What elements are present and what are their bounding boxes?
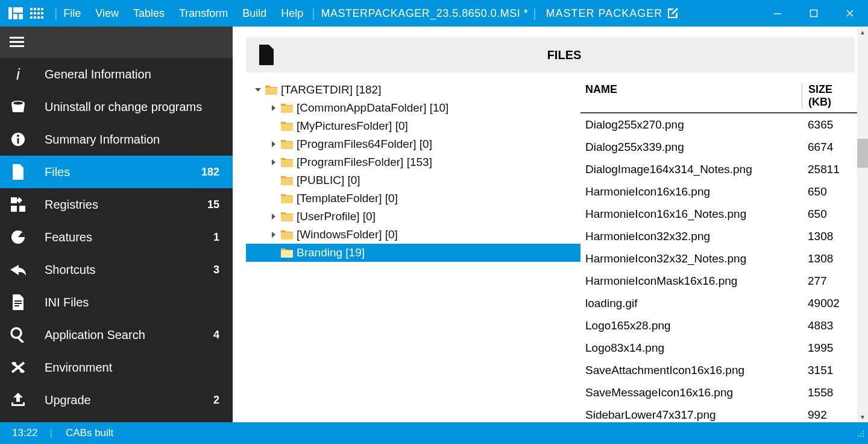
sidebar-item-label: Environment <box>45 361 219 375</box>
column-name[interactable]: NAME <box>580 83 802 109</box>
svg-point-26 <box>17 135 19 137</box>
sidebar-item-application-search[interactable]: Application Search4 <box>0 319 233 351</box>
table-row[interactable]: Logo83x14.png1995 <box>580 337 857 359</box>
tree-node[interactable]: [TemplateFolder] [0] <box>246 189 580 208</box>
tree-node-label: [WindowsFolder] [0] <box>297 228 398 241</box>
grid-icon[interactable] <box>30 6 45 21</box>
table-row[interactable]: HarmonieIcon16x16_Notes.png650 <box>580 203 857 225</box>
expander-icon[interactable] <box>269 248 278 258</box>
tree-node[interactable]: [ProgramFiles64Folder] [0] <box>246 135 580 153</box>
tree-node-label: [CommonAppDataFolder] [10] <box>297 101 448 115</box>
upgrade-icon <box>10 393 27 407</box>
expander-icon[interactable] <box>269 212 278 221</box>
scroll-down-icon[interactable]: ▼ <box>857 411 868 422</box>
tree-node[interactable]: [CommonAppDataFolder] [10] <box>246 99 580 117</box>
folder-icon <box>281 157 293 168</box>
maximize-button[interactable] <box>796 0 832 27</box>
sidebar-item-shortcuts[interactable]: Shortcuts3 <box>0 253 233 286</box>
sidebar-item-features[interactable]: Features1 <box>0 221 233 253</box>
cell-size: 6674 <box>802 141 857 154</box>
sidebar-item-ini-files[interactable]: INI Files <box>0 286 233 319</box>
expander-icon[interactable] <box>269 139 278 149</box>
sidebar-item-upgrade[interactable]: Upgrade2 <box>0 384 233 416</box>
sidebar-item-label: Features <box>45 230 213 244</box>
svg-rect-1 <box>13 7 23 13</box>
resize-grip-icon[interactable] <box>856 429 864 437</box>
table-row[interactable]: Dialog255x270.png6365 <box>580 113 857 136</box>
sidebar-item-summary-information[interactable]: Summary Information <box>0 123 233 156</box>
tree-node[interactable]: Branding [19] <box>246 244 580 262</box>
tree-node[interactable]: [WindowsFolder] [0] <box>246 226 580 244</box>
sidebar-item-uninstall-or-change-programs[interactable]: Uninstall or change programs <box>0 90 233 123</box>
scroll-thumb[interactable] <box>857 139 868 168</box>
tree-node[interactable]: [MyPicturesFolder] [0] <box>246 117 580 135</box>
svg-rect-18 <box>10 37 24 39</box>
separator: | <box>54 7 57 21</box>
tree-node[interactable]: [ProgramFilesFolder] [153] <box>246 153 580 171</box>
file-table: NAME SIZE (KB) Dialog255x270.png6365Dial… <box>580 81 857 422</box>
table-row[interactable]: Logo165x28.png4883 <box>580 314 857 337</box>
sidebar-nav: iGeneral InformationUninstall or change … <box>0 58 233 422</box>
table-row[interactable]: HarmonieIcon32x32.png1308 <box>580 225 857 247</box>
svg-rect-6 <box>37 8 40 10</box>
svg-rect-29 <box>19 206 25 212</box>
expander-icon[interactable] <box>269 194 278 203</box>
expander-icon[interactable] <box>269 157 278 167</box>
table-row[interactable]: SidebarLower47x317.png992 <box>580 404 857 422</box>
menu-file[interactable]: File <box>63 7 81 20</box>
expander-icon[interactable] <box>253 85 263 95</box>
tree-node[interactable]: [UserProfile] [0] <box>246 208 580 226</box>
table-row[interactable]: Dialog255x339.png6674 <box>580 136 857 158</box>
menu-transform[interactable]: Transform <box>179 7 228 20</box>
expander-icon[interactable] <box>269 103 278 113</box>
scroll-up-icon[interactable]: ▲ <box>857 27 868 37</box>
table-row[interactable]: DialogImage164x314_Notes.png25811 <box>580 158 857 180</box>
svg-rect-16 <box>774 13 781 14</box>
status-time: 13:22 <box>0 427 50 439</box>
expander-icon[interactable] <box>269 121 278 131</box>
menu-view[interactable]: View <box>95 7 119 20</box>
menu-tables[interactable]: Tables <box>133 7 165 20</box>
svg-rect-27 <box>11 197 17 203</box>
statusbar: 13:22 | CABs built <box>0 422 868 444</box>
tree-node[interactable]: [PUBLIC] [0] <box>246 171 580 189</box>
cell-size: 1995 <box>802 341 857 355</box>
cell-name: HarmonieIcon32x32_Notes.png <box>580 252 802 265</box>
sidebar-item-files[interactable]: Files182 <box>0 156 233 188</box>
table-row[interactable]: SaveMessageIcon16x16.png1558 <box>580 381 857 404</box>
close-button[interactable] <box>832 0 868 27</box>
folder-icon <box>281 211 293 222</box>
table-row[interactable]: HarmonieIcon16x16.png650 <box>580 180 857 203</box>
svg-rect-13 <box>34 16 36 19</box>
window-controls <box>760 0 868 27</box>
table-row[interactable]: SaveAttachmentIcon16x16.png3151 <box>580 359 857 381</box>
expander-icon[interactable] <box>269 230 278 239</box>
expander-icon[interactable] <box>269 176 278 185</box>
separator: | <box>533 7 536 21</box>
menu-build[interactable]: Build <box>242 7 266 20</box>
folder-icon <box>265 84 277 95</box>
column-size[interactable]: SIZE (KB) <box>802 83 857 109</box>
hamburger-button[interactable] <box>0 27 233 58</box>
cell-size: 1308 <box>802 230 857 243</box>
tree-node-label: [PUBLIC] [0] <box>297 174 360 187</box>
svg-rect-28 <box>11 206 17 212</box>
folder-icon <box>281 139 293 150</box>
menu-help[interactable]: Help <box>281 7 303 20</box>
table-row[interactable]: HarmonieIconMask16x16.png277 <box>580 270 857 292</box>
app-logo-icon[interactable] <box>8 6 23 21</box>
sidebar-item-general-information[interactable]: iGeneral Information <box>0 58 233 90</box>
sidebar-item-label: INI Files <box>45 296 219 309</box>
file-icon <box>258 45 275 65</box>
minimize-button[interactable] <box>760 0 796 27</box>
scrollbar[interactable]: ▲ ▼ <box>857 27 868 422</box>
svg-rect-12 <box>30 16 33 19</box>
edit-icon[interactable] <box>666 7 679 20</box>
table-header[interactable]: NAME SIZE (KB) <box>580 81 857 113</box>
tree-node[interactable]: [TARGETDIR] [182] <box>246 81 580 99</box>
sidebar-item-environment[interactable]: Environment <box>0 351 233 384</box>
sidebar-item-registries[interactable]: Registries15 <box>0 188 233 221</box>
table-row[interactable]: loading.gif49002 <box>580 292 857 314</box>
tree-node-label: [ProgramFiles64Folder] [0] <box>297 138 432 151</box>
table-row[interactable]: HarmonieIcon32x32_Notes.png1308 <box>580 247 857 270</box>
